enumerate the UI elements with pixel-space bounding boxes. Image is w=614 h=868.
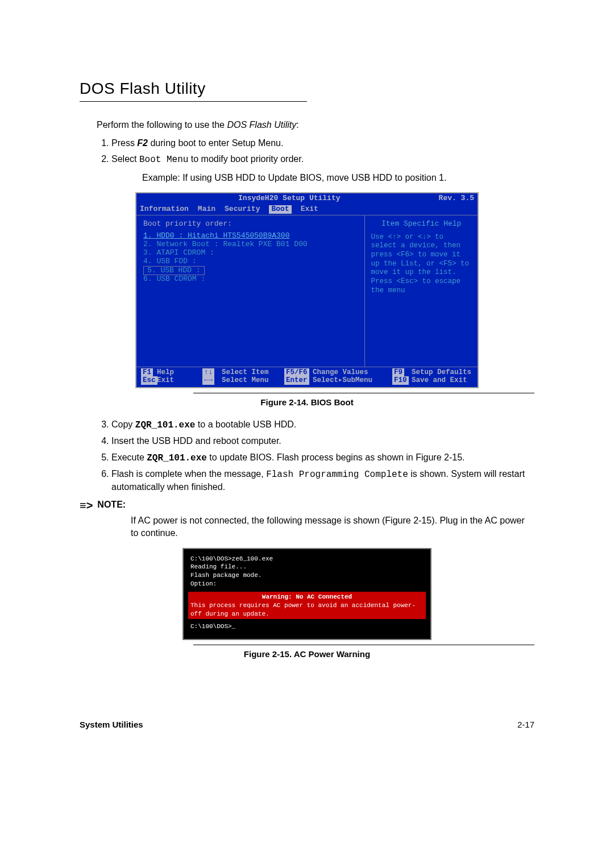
intro-suffix: : <box>296 120 298 130</box>
note-row: ≡> NOTE: <box>80 500 534 511</box>
bios-right-pane: Item Specific Help Use <↑> or <↓> to sel… <box>365 215 478 367</box>
bios-help-header: Item Specific Help <box>371 220 472 229</box>
bios-footer: F1 Help ↑↓ Select Item F5/F6 Change Valu… <box>136 367 478 387</box>
bios-device-1: 1. HDD0 : Hitachi HTS545050B9A300 <box>143 232 358 240</box>
step1-a: Press <box>111 138 137 148</box>
dos-line-2: Reading file... <box>190 563 424 571</box>
page-title: DOS Flash Utility <box>80 80 534 98</box>
step6-b: Flash Programming Complete <box>266 470 408 480</box>
steps-list-2: Copy ZQR_101.exe to a bootable USB HDD. … <box>97 418 534 494</box>
bios-menu-information: Information <box>140 205 189 214</box>
bios-header-title: InsydeH20 Setup Utility <box>140 194 439 203</box>
bios-help-body: Use <↑> or <↓> to select a device, then … <box>371 233 472 295</box>
bios-device-4: 4. USB FDD : <box>143 258 358 266</box>
bios-device-5: 5. USB HDD : <box>143 266 205 276</box>
figure-1-rule <box>193 393 534 393</box>
dos-screenshot: C:\100\DOS>ze6_100.exe Reading file... F… <box>182 548 432 641</box>
step-5: Execute ZQR_101.exe to update BIOS. Flas… <box>111 451 534 464</box>
intro-line: Perform the following to use the DOS Fla… <box>97 119 534 131</box>
dos-line-4: Option: <box>190 580 424 588</box>
bios-label-save-exit: Save and Exit <box>412 376 473 384</box>
dos-line-3: Flash package mode. <box>190 571 424 580</box>
bios-label-setup-defaults: Setup Defaults <box>412 368 473 376</box>
note-label: NOTE: <box>97 500 126 510</box>
step2-b: Boot Menu <box>139 155 188 165</box>
bios-label-change-values: Change Values <box>313 368 392 376</box>
step3-b: ZQR_101.exe <box>135 420 196 430</box>
step-1: Press F2 during boot to enter Setup Menu… <box>111 137 534 149</box>
step-3: Copy ZQR_101.exe to a bootable USB HDD. <box>111 418 534 431</box>
step1-c: during boot to enter Setup Menu. <box>148 138 283 148</box>
bios-menu-exit: Exit <box>301 205 318 214</box>
bios-device-3: 3. ATAPI CDROM : <box>143 249 358 258</box>
bios-header-rev: Rev. 3.5 <box>439 194 474 203</box>
step5-c: to update BIOS. Flash process begins as … <box>207 452 465 462</box>
step-2: Select Boot Menu to modify boot priority… <box>111 153 534 166</box>
figure-2-rule <box>193 645 534 645</box>
step-6: Flash is complete when the message, Flas… <box>111 468 534 494</box>
bios-boot-order-label: Boot priority order: <box>143 220 358 229</box>
dos-warning-title: Warning: No AC Connected <box>190 593 424 601</box>
intro-prefix: Perform the following to use the <box>97 120 227 130</box>
bios-key-f9: F9 <box>392 368 404 376</box>
dos-warning-body: This process requires AC power to avoid … <box>190 601 424 618</box>
step1-b: F2 <box>137 138 148 148</box>
footer-section: System Utilities <box>80 720 143 729</box>
note-body: If AC power is not connected, the follow… <box>131 514 534 540</box>
step2-c: to modify boot priority order. <box>188 154 304 164</box>
step3-c: to a bootable USB HDD. <box>195 420 296 429</box>
bios-label-select-menu: Select Menu <box>222 376 284 384</box>
title-rule <box>80 101 307 102</box>
bios-label-help: Help <box>157 368 202 376</box>
bios-body: Boot priority order: 1. HDD0 : Hitachi H… <box>136 215 478 367</box>
bios-screenshot: InsydeH20 Setup Utility Rev. 3.5 Informa… <box>135 192 479 388</box>
bios-menu-main: Main <box>198 205 215 214</box>
bios-key-f10: F10 <box>392 376 409 384</box>
step3-a: Copy <box>111 420 135 429</box>
bios-header: InsydeH20 Setup Utility Rev. 3.5 <box>136 193 478 204</box>
bios-key-f5f6: F5/F6 <box>284 368 309 376</box>
figure-2-caption: Figure 2-15. AC Power Warning <box>80 649 534 660</box>
bios-key-esc: Esc <box>141 376 157 384</box>
bios-key-enter: Enter <box>284 376 309 384</box>
note-icon: ≡> <box>80 500 93 511</box>
footer-page-number: 2-17 <box>517 720 534 729</box>
bios-menu-bar: Information Main Security Boot Exit <box>136 204 478 215</box>
bios-device-2: 2. Network Boot : Realtek PXE B01 D00 <box>143 240 358 249</box>
dos-warning-box: Warning: No AC Connected This process re… <box>188 592 426 620</box>
dos-line-1: C:\100\DOS>ze6_100.exe <box>190 555 424 563</box>
step5-a: Execute <box>111 452 147 462</box>
step6-a: Flash is complete when the message, <box>111 469 266 479</box>
step2-a: Select <box>111 154 139 164</box>
bios-label-select-item: Select Item <box>222 368 284 376</box>
step-4: Insert the USB HDD and reboot computer. <box>111 435 534 447</box>
figure-1-caption: Figure 2-14. BIOS Boot <box>80 397 534 408</box>
steps-list-1: Press F2 during boot to enter Setup Menu… <box>97 137 534 167</box>
bios-device-6: 6. USB CDROM : <box>143 275 358 284</box>
bios-key-leftright: ←→ <box>202 376 214 384</box>
bios-label-select-submenu: Select▸SubMenu <box>313 376 392 384</box>
bios-label-exit: Exit <box>157 376 202 384</box>
bios-menu-security: Security <box>225 205 260 214</box>
example-line: Example: If using USB HDD to Update BIOS… <box>142 172 534 184</box>
page-footer: System Utilities 2-17 <box>80 720 534 729</box>
step5-b: ZQR_101.exe <box>147 453 207 463</box>
dos-line-5: C:\100\DOS>_ <box>190 622 424 631</box>
bios-menu-boot: Boot <box>269 205 291 214</box>
bios-key-f1: F1 <box>141 368 153 376</box>
bios-key-updown: ↑↓ <box>202 368 214 376</box>
intro-app: DOS Flash Utility <box>227 120 296 130</box>
bios-left-pane: Boot priority order: 1. HDD0 : Hitachi H… <box>136 215 365 367</box>
